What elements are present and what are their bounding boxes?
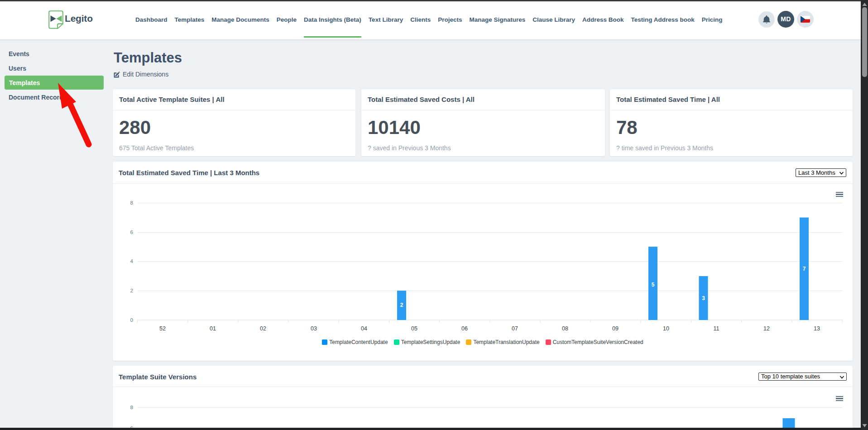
svg-text:13: 13 [814,325,820,332]
svg-text:06: 06 [461,325,468,332]
svg-text:7: 7 [803,266,806,272]
svg-text:04: 04 [361,325,367,332]
svg-text:07: 07 [512,325,518,332]
svg-text:03: 03 [311,325,317,332]
svg-text:12: 12 [763,325,770,332]
svg-text:2: 2 [400,302,403,308]
svg-text:09: 09 [612,325,619,332]
svg-text:4: 4 [130,258,134,264]
svg-text:8: 8 [130,200,133,205]
svg-text:08: 08 [562,325,568,332]
svg-text:05: 05 [411,325,417,332]
svg-text:52: 52 [159,325,166,332]
svg-text:10: 10 [663,325,669,332]
svg-text:02: 02 [260,325,266,332]
svg-text:6: 6 [130,229,133,235]
svg-text:5: 5 [652,282,655,288]
svg-text:0: 0 [130,317,133,323]
svg-text:11: 11 [714,325,719,332]
svg-text:2: 2 [130,288,133,293]
svg-text:8: 8 [130,405,133,410]
svg-text:3: 3 [702,295,705,301]
svg-text:01: 01 [210,325,216,332]
